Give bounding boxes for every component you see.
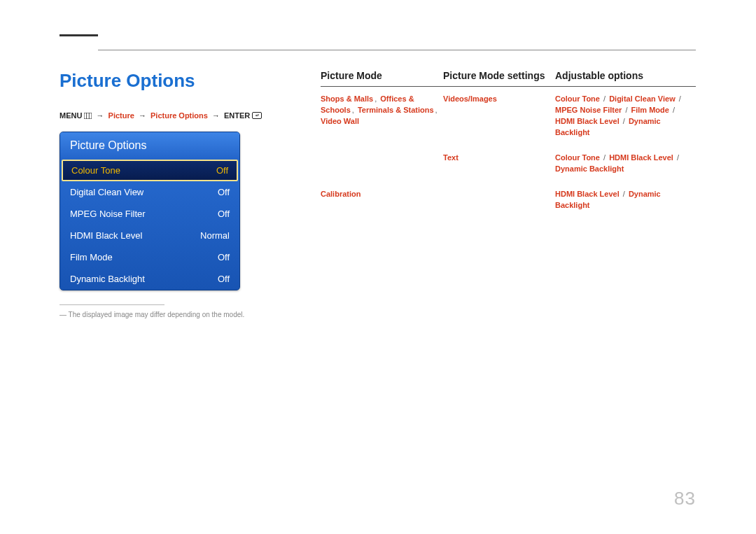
osd-menu-item-label: HDMI Black Level (70, 230, 142, 241)
enter-icon (252, 112, 262, 120)
separator: / (671, 106, 675, 114)
osd-menu-item-value: Off (218, 252, 230, 262)
osd-menu-panel: Picture Options Colour ToneOffDigital Cl… (59, 132, 240, 290)
table-cell-options: Colour Tone / HDMI Black Level / Dynamic… (555, 153, 696, 175)
separator: / (621, 117, 627, 125)
osd-menu-item[interactable]: Colour ToneOff (62, 160, 238, 181)
breadcrumb-menu-label: MENU (59, 111, 82, 120)
table-header-row: Picture Mode Picture Mode settings Adjus… (321, 70, 696, 87)
table-cell-options: Colour Tone / Digital Clean View / MPEG … (555, 94, 696, 139)
separator: , (352, 106, 356, 114)
footnote-divider (59, 304, 164, 305)
separator: / (677, 94, 681, 103)
table-row: Shops & Malls, Offices & Schools, Termin… (321, 87, 696, 146)
page-number: 83 (674, 488, 696, 510)
table-cell-options: HDMI Black Level / Dynamic Backlight (555, 189, 696, 211)
option-term: Shops & Malls (321, 94, 373, 103)
breadcrumb-arrow: → (139, 111, 146, 120)
osd-menu-item[interactable]: HDMI Black LevelNormal (60, 225, 239, 246)
separator: / (601, 94, 608, 103)
section-title: Picture Options (59, 70, 301, 92)
table-cell-settings: Text (443, 153, 555, 175)
breadcrumb-arrow: → (212, 111, 220, 120)
osd-menu-item-label: Film Mode (70, 252, 113, 262)
breadcrumb-enter-label: ENTER (224, 111, 250, 120)
osd-menu-item-value: Off (216, 165, 228, 176)
options-table: Picture Mode Picture Mode settings Adjus… (321, 70, 696, 218)
separator: / (623, 106, 629, 114)
option-term: Colour Tone (555, 94, 600, 103)
option-term: HDMI Black Level (555, 117, 620, 125)
option-term: MPEG Noise Filter (555, 106, 622, 114)
osd-menu-item-label: Colour Tone (71, 165, 120, 176)
table-header-mode: Picture Mode (321, 70, 443, 81)
osd-menu-item[interactable]: Dynamic BacklightOff (60, 268, 239, 290)
option-term: Video Wall (321, 117, 359, 125)
option-term: Digital Clean View (609, 94, 676, 103)
svg-rect-0 (84, 113, 92, 119)
table-cell-mode: Calibration (321, 189, 443, 211)
page-accent-bar (59, 34, 98, 36)
footnote-text: ― The displayed image may differ dependi… (59, 311, 301, 318)
separator: / (621, 190, 627, 198)
option-term: HDMI Black Level (609, 153, 673, 162)
table-row: TextColour Tone / HDMI Black Level / Dyn… (321, 146, 696, 182)
osd-menu-item[interactable]: Digital Clean ViewOff (60, 181, 239, 203)
separator: / (601, 153, 608, 162)
breadcrumb-arrow: → (97, 111, 104, 120)
separator: , (435, 106, 438, 114)
breadcrumb-segment: Picture (108, 111, 134, 120)
osd-menu-item-label: MPEG Noise Filter (70, 209, 146, 219)
option-term: Terminals & Stations (358, 106, 434, 114)
breadcrumb-segment: Picture Options (150, 111, 208, 120)
table-cell-settings (443, 189, 555, 211)
table-cell-mode: Shops & Malls, Offices & Schools, Termin… (321, 94, 443, 139)
table-row: CalibrationHDMI Black Level / Dynamic Ba… (321, 182, 696, 218)
osd-menu-item-value: Off (218, 209, 230, 219)
breadcrumb: MENU → Picture → Picture Options → ENTER (59, 111, 301, 120)
separator: / (675, 153, 679, 162)
page-top-rule (98, 50, 696, 50)
option-term: Film Mode (631, 106, 669, 114)
left-column: Picture Options MENU → Picture → Picture… (59, 70, 301, 318)
right-column: Picture Mode Picture Mode settings Adjus… (301, 70, 696, 318)
option-term: Colour Tone (555, 153, 600, 162)
osd-menu-item[interactable]: Film ModeOff (60, 246, 239, 268)
osd-menu-item-value: Off (218, 187, 230, 197)
option-term: HDMI Black Level (555, 190, 620, 198)
footnote-content: The displayed image may differ depending… (69, 311, 245, 318)
page-body: Picture Options MENU → Picture → Picture… (59, 70, 696, 318)
osd-menu-item[interactable]: MPEG Noise FilterOff (60, 203, 239, 225)
table-header-options: Adjustable options (555, 70, 696, 81)
option-term: Calibration (321, 190, 360, 198)
osd-menu-item-label: Digital Clean View (70, 187, 144, 197)
table-cell-mode (321, 153, 443, 175)
menu-grid-icon (84, 112, 92, 120)
osd-menu-header: Picture Options (60, 132, 239, 160)
osd-menu-item-value: Normal (200, 230, 230, 241)
separator: , (374, 94, 379, 103)
table-header-settings: Picture Mode settings (443, 70, 555, 81)
table-cell-settings: Videos/Images (443, 94, 555, 139)
osd-menu-item-value: Off (218, 274, 230, 284)
option-term: Dynamic Backlight (555, 164, 624, 173)
osd-menu-item-label: Dynamic Backlight (70, 274, 145, 284)
